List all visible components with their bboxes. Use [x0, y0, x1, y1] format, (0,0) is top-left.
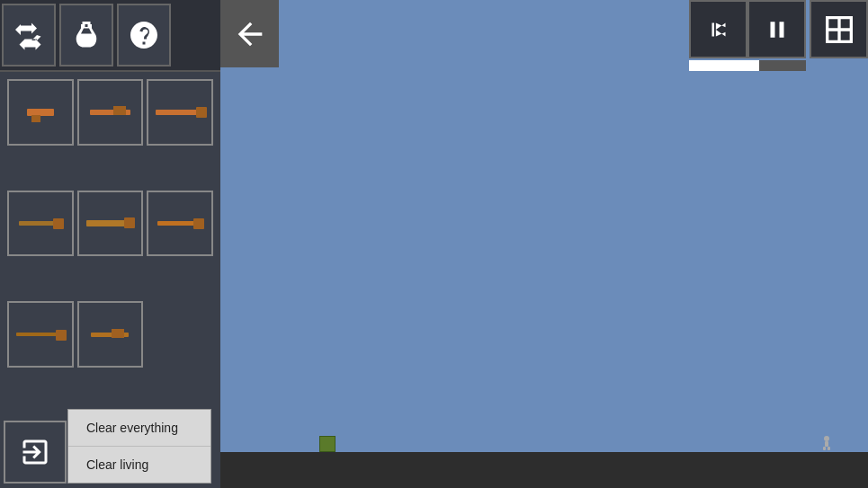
bottom-section: Clear everything Clear living [0, 416, 220, 488]
clear-living-button[interactable]: Clear living [68, 447, 210, 483]
question-icon [128, 19, 160, 51]
smg-icon [156, 110, 205, 115]
weapon-cell-7[interactable] [77, 301, 144, 368]
game-area [220, 0, 868, 488]
sidebar: Clear everything Clear living [0, 0, 220, 488]
exit-button[interactable] [4, 421, 67, 484]
back-arrow-icon [232, 16, 268, 52]
pistol-icon [27, 109, 54, 116]
potion-icon [70, 19, 103, 51]
weapon-cell-6[interactable] [7, 301, 74, 368]
weapon-img-1 [85, 93, 136, 131]
rewind-button[interactable] [689, 0, 747, 58]
exit-icon [19, 436, 51, 468]
weapon-img-2 [155, 93, 205, 131]
potion-button[interactable] [59, 4, 113, 67]
swap-icon [13, 19, 45, 51]
weapon-cell-5[interactable] [147, 191, 213, 257]
game-entity [319, 436, 336, 452]
playback-controls [689, 0, 806, 71]
carbine-icon [91, 333, 129, 337]
shotgun-icon [86, 220, 133, 226]
ground [220, 452, 868, 488]
swap-button[interactable] [2, 4, 56, 67]
weapon-cell-0[interactable] [7, 79, 74, 146]
pause-button[interactable] [747, 0, 806, 58]
top-right-controls [689, 0, 868, 71]
weapon-img-0 [15, 93, 66, 131]
weapon-grid [0, 72, 220, 416]
rewind-icon [705, 16, 732, 43]
svg-point-0 [824, 436, 829, 441]
game-figure [821, 436, 832, 450]
svg-rect-2 [823, 447, 826, 450]
heavyrifle-icon [157, 221, 202, 226]
help-button[interactable] [117, 4, 171, 67]
weapon-cell-4[interactable] [77, 191, 144, 257]
weapon-cell-3[interactable] [7, 191, 74, 257]
svg-rect-3 [828, 447, 830, 450]
sniper-icon [16, 333, 65, 336]
weapon-cell-1[interactable] [77, 79, 144, 146]
weapon-img-5 [155, 205, 205, 243]
weapon-cell-2[interactable] [147, 79, 213, 146]
weapon-img-6 [15, 315, 66, 353]
rifle-icon [90, 110, 130, 115]
back-button[interactable] [220, 0, 279, 67]
clear-everything-button[interactable]: Clear everything [68, 410, 210, 447]
pause-icon [764, 16, 791, 43]
machinegun-icon [19, 221, 62, 226]
grid-toggle-button[interactable] [810, 0, 868, 58]
playback-buttons [689, 0, 806, 58]
weapon-img-3 [15, 205, 66, 243]
svg-rect-1 [825, 441, 828, 447]
weapon-img-4 [85, 205, 136, 243]
progress-bar-container[interactable] [689, 60, 806, 71]
progress-bar [689, 60, 759, 71]
weapon-img-7 [85, 315, 136, 353]
context-menu: Clear everything Clear living [67, 409, 211, 484]
grid-icon [821, 12, 857, 48]
toolbar [0, 0, 220, 72]
